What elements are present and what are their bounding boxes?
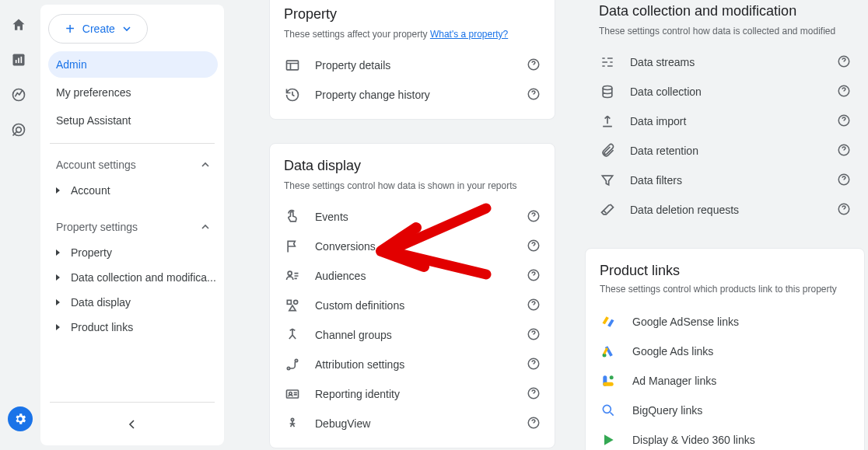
sidebar-item-account[interactable]: Account bbox=[48, 178, 218, 203]
help-icon[interactable] bbox=[527, 209, 541, 225]
row-data-collection[interactable]: Data collection bbox=[599, 77, 851, 106]
route-icon bbox=[284, 357, 301, 372]
adsense-icon bbox=[600, 314, 617, 330]
help-icon[interactable] bbox=[527, 386, 541, 403]
svg-point-27 bbox=[603, 86, 612, 90]
row-custom-definitions[interactable]: Custom definitions bbox=[284, 291, 541, 320]
svg-point-36 bbox=[610, 375, 614, 379]
streams-icon bbox=[599, 54, 616, 70]
merge-icon bbox=[284, 327, 301, 343]
caret-right-icon bbox=[56, 187, 60, 194]
collapse-sidebar-button[interactable] bbox=[126, 418, 138, 433]
row-reporting-identity[interactable]: Reporting identity bbox=[284, 379, 541, 409]
row-events[interactable]: Events bbox=[284, 202, 541, 232]
row-ad-manager-links[interactable]: Ad Manager links bbox=[600, 366, 850, 396]
sidebar: + Create Admin My preferences Setup Assi… bbox=[40, 5, 224, 445]
audiences-icon bbox=[284, 268, 301, 284]
eraser-icon bbox=[599, 202, 616, 218]
nav-admin[interactable]: Admin bbox=[48, 51, 218, 78]
data-collection-card: Data collection and modification These s… bbox=[585, 0, 865, 225]
debug-icon bbox=[284, 416, 301, 431]
svg-rect-2 bbox=[18, 58, 19, 64]
help-icon[interactable] bbox=[527, 327, 541, 344]
chevron-up-icon bbox=[201, 222, 210, 232]
admin-gear-button[interactable] bbox=[8, 406, 33, 431]
touch-icon bbox=[284, 209, 301, 225]
help-icon[interactable] bbox=[527, 58, 541, 74]
card-layout-icon bbox=[284, 58, 301, 73]
account-settings-header[interactable]: Account settings bbox=[48, 152, 218, 178]
upload-icon bbox=[599, 113, 616, 129]
help-icon[interactable] bbox=[837, 113, 851, 130]
help-icon[interactable] bbox=[527, 87, 541, 103]
nav-list: Admin My preferences Setup Assistant bbox=[40, 51, 224, 135]
help-icon[interactable] bbox=[527, 239, 541, 255]
svg-rect-1 bbox=[16, 60, 17, 63]
help-icon[interactable] bbox=[837, 143, 851, 159]
card-title: Data collection and modification bbox=[599, 0, 851, 24]
dv360-icon bbox=[600, 432, 617, 448]
caret-right-icon bbox=[56, 324, 60, 330]
help-icon[interactable] bbox=[527, 357, 541, 373]
nav-setup-assistant[interactable]: Setup Assistant bbox=[48, 107, 218, 134]
row-data-deletion-requests[interactable]: Data deletion requests bbox=[599, 195, 851, 225]
row-property-details[interactable]: Property details bbox=[284, 51, 541, 80]
row-bigquery-links[interactable]: BigQuery links bbox=[600, 396, 850, 425]
help-icon[interactable] bbox=[527, 268, 541, 284]
create-button[interactable]: + Create bbox=[48, 14, 148, 44]
row-data-import[interactable]: Data import bbox=[599, 106, 851, 136]
row-audiences[interactable]: Audiences bbox=[284, 261, 541, 291]
svg-point-12 bbox=[288, 271, 292, 275]
id-card-icon bbox=[284, 386, 301, 402]
nav-my-preferences[interactable]: My preferences bbox=[48, 79, 218, 106]
reports-icon[interactable] bbox=[11, 52, 26, 70]
row-dv360-links[interactable]: Display & Video 360 links bbox=[600, 425, 850, 450]
sidebar-item-property[interactable]: Property bbox=[48, 240, 218, 265]
sidebar-item-product-links[interactable]: Product links bbox=[48, 315, 218, 340]
ad-manager-icon bbox=[600, 373, 617, 389]
help-icon[interactable] bbox=[837, 173, 851, 189]
card-title: Property bbox=[284, 2, 541, 27]
caret-right-icon bbox=[56, 274, 60, 281]
help-icon[interactable] bbox=[527, 298, 541, 314]
help-icon[interactable] bbox=[527, 416, 541, 432]
product-links-card: Product links These settings control whi… bbox=[585, 248, 865, 450]
card-title: Data display bbox=[284, 153, 541, 179]
card-subtitle: These settings affect your property What… bbox=[284, 27, 541, 51]
row-property-change-history[interactable]: Property change history bbox=[284, 80, 541, 110]
bigquery-icon bbox=[600, 403, 617, 418]
home-icon[interactable] bbox=[11, 17, 26, 35]
advertising-icon[interactable] bbox=[11, 122, 26, 140]
row-data-filters[interactable]: Data filters bbox=[599, 166, 851, 195]
row-google-ads-links[interactable]: Google Ads links bbox=[600, 337, 850, 366]
row-adsense-links[interactable]: Google AdSense links bbox=[600, 307, 850, 337]
row-data-streams[interactable]: Data streams bbox=[599, 47, 851, 77]
help-icon[interactable] bbox=[837, 54, 851, 71]
data-display-card: Data display These settings control how … bbox=[269, 143, 555, 448]
row-conversions[interactable]: Conversions bbox=[284, 232, 541, 261]
property-card: Property These settings affect your prop… bbox=[269, 0, 555, 120]
sidebar-item-data-collection[interactable]: Data collection and modifica... bbox=[48, 265, 218, 290]
help-icon[interactable] bbox=[837, 84, 851, 100]
caret-right-icon bbox=[56, 249, 60, 256]
svg-rect-14 bbox=[287, 300, 291, 304]
whats-a-property-link[interactable]: What's a property? bbox=[430, 29, 508, 40]
row-data-retention[interactable]: Data retention bbox=[599, 136, 851, 166]
attachment-icon bbox=[599, 143, 616, 159]
row-channel-groups[interactable]: Channel groups bbox=[284, 320, 541, 350]
google-ads-icon bbox=[600, 344, 617, 359]
svg-point-18 bbox=[287, 367, 289, 369]
sidebar-item-data-display[interactable]: Data display bbox=[48, 290, 218, 315]
svg-point-15 bbox=[294, 300, 298, 304]
property-settings-header[interactable]: Property settings bbox=[48, 214, 218, 240]
svg-rect-7 bbox=[287, 61, 299, 70]
plus-icon: + bbox=[65, 21, 75, 37]
row-attribution-settings[interactable]: Attribution settings bbox=[284, 350, 541, 379]
explore-icon[interactable] bbox=[11, 87, 26, 105]
row-debugview[interactable]: DebugView bbox=[284, 409, 541, 438]
svg-point-19 bbox=[295, 359, 297, 361]
help-icon[interactable] bbox=[837, 202, 851, 218]
shapes-icon bbox=[284, 298, 301, 313]
divider bbox=[50, 143, 215, 144]
divider bbox=[50, 402, 215, 403]
